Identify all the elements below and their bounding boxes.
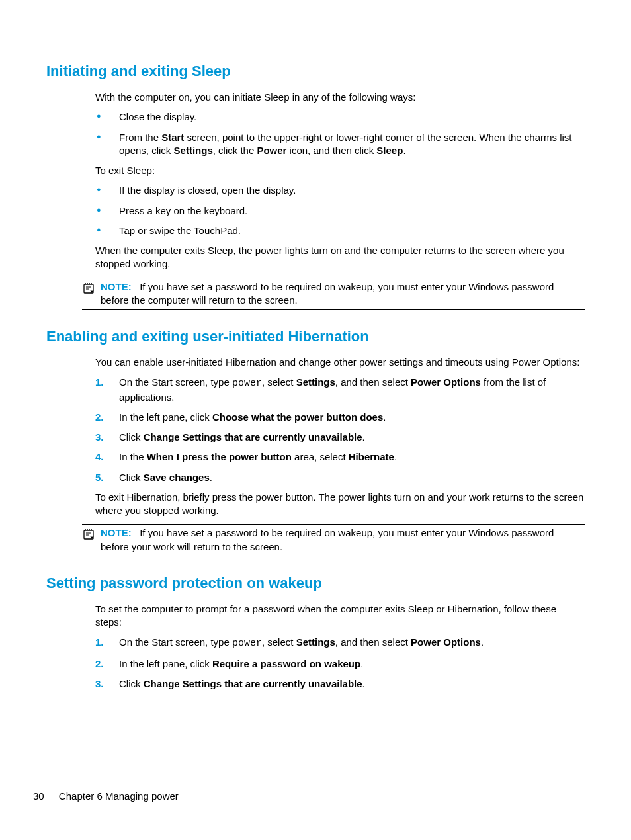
chapter-label: Chapter 6 Managing power [59, 790, 179, 802]
note-block: NOTE: If you have set a password to be r… [82, 524, 585, 556]
page-number: 30 [33, 790, 44, 802]
note-text: NOTE: If you have set a password to be r… [101, 280, 585, 308]
list-item: In the When I press the power button are… [95, 450, 585, 464]
step-list: On the Start screen, type power, select … [95, 636, 585, 691]
list-item: Close the display. [95, 110, 585, 124]
section-hibernation-body: You can enable user-initiated Hibernatio… [95, 356, 585, 517]
heading-hibernation: Enabling and exiting user-initiated Hibe… [46, 328, 585, 345]
heading-password: Setting password protection on wakeup [46, 575, 585, 592]
list-item: On the Start screen, type power, select … [95, 636, 585, 650]
note-text: NOTE: If you have set a password to be r… [101, 526, 585, 554]
heading-sleep: Initiating and exiting Sleep [46, 63, 585, 80]
list-item: Press a key on the keyboard. [95, 204, 585, 218]
para: To exit Hibernation, briefly press the p… [95, 491, 585, 518]
list-item: In the left pane, click Require a passwo… [95, 657, 585, 671]
note-icon [82, 282, 98, 298]
step-list: On the Start screen, type power, select … [95, 376, 585, 484]
note-label: NOTE: [101, 281, 132, 292]
section-sleep-body: With the computer on, you can initiate S… [95, 91, 585, 271]
bullet-list: If the display is closed, open the displ… [95, 184, 585, 237]
para: With the computer on, you can initiate S… [95, 91, 585, 104]
note-block: NOTE: If you have set a password to be r… [82, 278, 585, 310]
list-item: Click Change Settings that are currently… [95, 431, 585, 444]
note-body: If you have set a password to be require… [101, 281, 554, 306]
document-page: Initiating and exiting Sleep With the co… [0, 0, 631, 840]
list-item: From the Start screen, point to the uppe… [95, 131, 585, 158]
para: You can enable user-initiated Hibernatio… [95, 356, 585, 369]
para: When the computer exits Sleep, the power… [95, 244, 585, 271]
list-item: In the left pane, click Choose what the … [95, 411, 585, 424]
list-item: Click Change Settings that are currently… [95, 677, 585, 691]
bullet-list: Close the display. From the Start screen… [95, 110, 585, 157]
list-item: If the display is closed, open the displ… [95, 184, 585, 197]
list-item: Click Save changes. [95, 471, 585, 484]
note-icon [82, 528, 98, 544]
note-body: If you have set a password to be require… [101, 527, 554, 552]
para: To set the computer to prompt for a pass… [95, 603, 585, 630]
page-footer: 30 Chapter 6 Managing power [33, 790, 179, 802]
list-item: Tap or swipe the TouchPad. [95, 224, 585, 237]
note-label: NOTE: [101, 527, 132, 538]
para: To exit Sleep: [95, 164, 585, 177]
section-password-body: To set the computer to prompt for a pass… [95, 603, 585, 691]
list-item: On the Start screen, type power, select … [95, 376, 585, 404]
